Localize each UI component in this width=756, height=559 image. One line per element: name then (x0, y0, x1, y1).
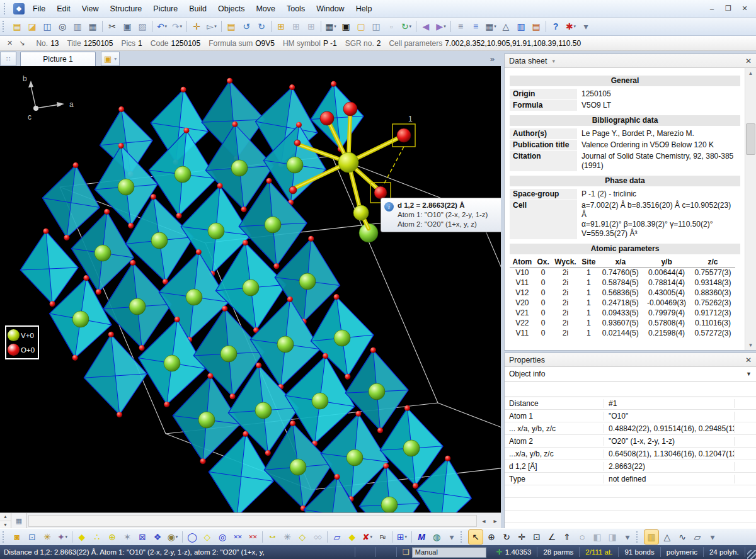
property-row[interactable]: Atom 1"O10" (505, 410, 756, 422)
minimize-button[interactable]: – (706, 5, 718, 13)
property-row[interactable]: Distance#1 (505, 397, 756, 410)
back-icon[interactable]: ◀ (419, 20, 433, 33)
mode-field[interactable]: Manual (412, 547, 486, 558)
rebuild-icon[interactable]: ✦▾ (55, 530, 69, 544)
find-icon[interactable]: ◎ (55, 20, 69, 33)
table-toggle-icon[interactable]: ▦ (11, 513, 27, 529)
center-view-icon[interactable]: ⊞▾ (395, 530, 409, 544)
vanadium-atom[interactable] (403, 440, 420, 456)
data-sheet-scrollbar[interactable]: ▲ ▼ (745, 68, 756, 350)
redo-icon[interactable]: ↷▾ (170, 20, 184, 33)
vanadium-atom[interactable] (164, 355, 180, 371)
bond-icon[interactable]: •–• (265, 530, 279, 544)
overflow-icon[interactable]: ▾ (621, 530, 634, 544)
shift-mode-icon[interactable]: ✛ (515, 530, 529, 544)
data-table-icon[interactable]: ▤ (529, 20, 543, 33)
panel-collapse-chevron[interactable]: » (490, 54, 501, 64)
resize-grip[interactable] (747, 550, 756, 559)
scroll-right-icon[interactable]: ▸ (493, 517, 496, 524)
vanadium-atom[interactable] (346, 449, 363, 466)
pin-icon[interactable]: ▾ (552, 58, 555, 64)
goto-dataset-icon[interactable]: ↘ (19, 39, 25, 47)
atom-row[interactable]: V2002i10.24718(5)-0.00469(3)0.75262(3) (510, 298, 735, 308)
fill-cell-icon[interactable]: ◆ (75, 530, 89, 544)
measure-angle-icon[interactable]: △ (660, 530, 674, 544)
pan-hand-icon[interactable]: ✛ (190, 20, 203, 33)
property-row[interactable] (505, 511, 756, 523)
menu-view[interactable]: View (76, 2, 105, 16)
structure-3d-view[interactable]: 1bac V+0O+0 i d 1,2 = 2.8663(22) Å Atom … (0, 66, 501, 513)
object-info-select[interactable]: Object info ▼ (505, 367, 756, 381)
add-atom-icon[interactable]: ⊕ (105, 530, 119, 544)
polygon-blue-icon[interactable]: ◯ (185, 530, 199, 544)
powder-chart-icon[interactable]: ▥ (514, 20, 528, 33)
menu-window[interactable]: Window (311, 2, 350, 16)
properties-close-icon[interactable]: ✕ (745, 356, 752, 364)
toolbar-overflow-icon[interactable]: ▾ (579, 20, 593, 33)
data-sheet-close-icon[interactable]: ✕ (745, 57, 752, 65)
scroll-down-icon[interactable]: ▼ (745, 340, 756, 350)
property-row[interactable]: Typenot defined (505, 473, 756, 485)
vanadium-atom[interactable] (129, 298, 146, 315)
vanadium-atom[interactable] (118, 179, 134, 195)
tutorial-icon[interactable]: ✱▾ (564, 20, 578, 33)
destroy-blue-icon[interactable]: ✕✕ (231, 530, 244, 544)
oxygen-atom[interactable] (320, 111, 334, 125)
atom-row[interactable]: V1102i10.58784(5)0.78814(4)0.93148(3) (510, 278, 735, 288)
vanadium-atom[interactable] (175, 166, 191, 183)
vanadium-atom[interactable] (198, 412, 215, 428)
menu-build[interactable]: Build (183, 2, 212, 16)
anim-pause-icon[interactable]: ◧ (590, 530, 604, 544)
m-symbol-icon[interactable]: M (415, 530, 428, 544)
copy-icon[interactable]: ▣ (120, 20, 134, 33)
polyhedra-gray-icon[interactable]: ◇◇ (311, 530, 324, 544)
zoom-mode-icon[interactable]: ⊡ (530, 530, 544, 544)
refresh-icon[interactable]: ↻▾ (399, 20, 413, 33)
paste-icon[interactable]: ▨ (135, 20, 149, 33)
open-icon[interactable]: ◪ (25, 20, 39, 33)
vanadium-atom[interactable] (208, 223, 224, 239)
measure-torsion-icon[interactable]: ∿ (675, 530, 689, 544)
property-row[interactable]: Atom 2"O20" (1-x, 2-y, 1-z) (505, 435, 756, 448)
table-copy-icon[interactable]: ⊞ (289, 20, 303, 33)
revert-icon[interactable]: ↻ (255, 20, 268, 33)
menu-structure[interactable]: Structure (105, 2, 148, 16)
vanadium-atom[interactable] (243, 280, 259, 296)
globe-icon[interactable]: ◍ (430, 530, 444, 544)
vanadium-atom[interactable] (255, 402, 272, 419)
bond-spokes-icon[interactable]: ✳ (280, 530, 294, 544)
move-mode-icon[interactable]: ⊕ (484, 530, 498, 544)
cut-icon[interactable]: ✂ (105, 20, 119, 33)
delete-atoms-icon[interactable]: ✘▾ (360, 530, 374, 544)
list-view-icon[interactable]: ≡ (454, 20, 467, 33)
close-button[interactable]: ✕ (738, 4, 751, 13)
table-edit-icon[interactable]: ⊞ (274, 20, 288, 33)
undo-icon[interactable]: ↶▾ (155, 20, 169, 33)
cluster-icon[interactable]: ❖ (151, 530, 164, 544)
select-mode-icon[interactable]: ↖ (468, 529, 483, 545)
angle-mode-icon[interactable]: ∠ (545, 530, 559, 544)
save-icon[interactable]: ◫ (40, 20, 54, 33)
vanadium-atom[interactable] (220, 346, 237, 362)
grid-view-icon[interactable]: ▦▾ (324, 20, 338, 33)
picture-black-icon[interactable]: ▣ (339, 20, 353, 33)
table-paste-icon[interactable]: ⊞ (304, 20, 318, 33)
picture-comment-icon[interactable]: ⊡ (25, 530, 39, 544)
crystal-structure-canvas[interactable]: 1bac (0, 66, 501, 513)
new-picture-icon[interactable]: ▢ (354, 20, 368, 33)
close-dataset-icon[interactable]: ✕ (7, 39, 13, 47)
polygon-double-icon[interactable]: ◎ (215, 530, 229, 544)
horizontal-scrollbar[interactable] (28, 515, 477, 527)
coordination-icon[interactable]: ◉▾ (166, 530, 180, 544)
diamond-icon[interactable]: ◆ (345, 530, 359, 544)
datasheet-icon[interactable]: ▤ (224, 20, 238, 33)
menu-tools[interactable]: Tools (281, 2, 311, 16)
add-atoms-icon[interactable]: ∴ (90, 530, 104, 544)
vanadium-atom[interactable] (72, 311, 89, 327)
distance-chart-icon[interactable]: △ (499, 20, 513, 33)
scroll-up-icon[interactable]: ▲ (745, 68, 756, 78)
data-sheet-title-bar[interactable]: Data sheet ▾ ✕ (505, 54, 756, 68)
vanadium-atom[interactable] (334, 330, 350, 346)
pictures-icon[interactable]: ◫ (369, 20, 383, 33)
vanadium-atom[interactable] (369, 383, 385, 400)
